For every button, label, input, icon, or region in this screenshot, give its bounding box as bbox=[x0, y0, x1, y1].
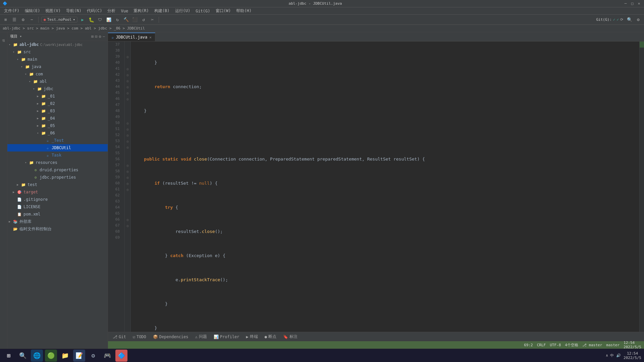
sidebar-icon-1[interactable]: 项 bbox=[0, 34, 7, 40]
git-icon: 📄 bbox=[17, 197, 22, 202]
taskbar-search[interactable]: 🔍 bbox=[17, 350, 29, 362]
taskbar-chrome[interactable]: 🟢 bbox=[45, 350, 57, 362]
toolbar-list-btn[interactable]: ☰ bbox=[11, 16, 18, 23]
debug-button[interactable]: 🐛 bbox=[88, 16, 95, 23]
menu-run[interactable]: 运行(U) bbox=[172, 7, 193, 14]
tree-item-pom[interactable]: 📋 pom.xml bbox=[7, 210, 108, 218]
bm-icon: 🔖 bbox=[283, 335, 288, 339]
taskbar-explorer[interactable]: 📁 bbox=[59, 350, 71, 362]
bottom-tab-breakpoints[interactable]: ● 断点 bbox=[263, 333, 278, 340]
tree-item-01[interactable]: ▶ 📁 _01 bbox=[7, 93, 108, 100]
tree-item-com[interactable]: ▾ 📁 com bbox=[7, 70, 108, 78]
code-content[interactable]: } return connection; } public static voi… bbox=[131, 42, 639, 332]
toolbar-sync-btn[interactable]: ↻ bbox=[114, 16, 121, 23]
menu-window[interactable]: 窗口(W) bbox=[213, 7, 234, 14]
line-num-43: 43 bbox=[108, 78, 122, 84]
code-area[interactable]: 37 38 39 40 41 42 43 44 45 46 47 48 49 5… bbox=[108, 42, 644, 332]
run-button[interactable]: ▶ bbox=[79, 16, 86, 23]
menu-vue[interactable]: Vue bbox=[118, 8, 131, 14]
tree-item-resources[interactable]: ▾ 📁 resources bbox=[7, 159, 108, 166]
toolbar-cut-btn[interactable]: ✂ bbox=[149, 16, 156, 23]
status-branch[interactable]: ⎇ master bbox=[582, 343, 602, 347]
menu-refactor[interactable]: 重构(R) bbox=[131, 7, 152, 14]
tree-item-src[interactable]: ▾ 📁 src bbox=[7, 48, 108, 56]
toolbar-settings-btn[interactable]: ⚙ bbox=[19, 16, 27, 23]
tree-item-gitignore[interactable]: 📄 .gitignore bbox=[7, 196, 108, 203]
tree-item-abl-jdbc[interactable]: ▾ 📁 abl-jdbc C:\work\java\abl-jdbc bbox=[7, 41, 108, 48]
bottom-tab-profiler[interactable]: 📊 Profiler bbox=[212, 334, 241, 340]
bottom-tab-dependencies[interactable]: 📦 Dependencies bbox=[151, 334, 191, 340]
tree-item-06[interactable]: ▾ 📁 _06 bbox=[7, 129, 108, 137]
tab-jdbcutil[interactable]: ☕ JDBCUtil.java ✕ bbox=[108, 33, 155, 41]
tree-item-test-class[interactable]: ☕ _Test bbox=[7, 137, 108, 144]
taskbar-app5[interactable]: ⚙ bbox=[87, 350, 99, 362]
tree-item-license[interactable]: 📄 LICENSE bbox=[7, 203, 108, 210]
menu-edit[interactable]: 编辑(E) bbox=[22, 7, 43, 14]
status-charset[interactable]: UTF-8 bbox=[550, 343, 561, 347]
status-crlf[interactable]: CRLF bbox=[537, 343, 546, 347]
panel-settings-btn[interactable]: ⚙ bbox=[99, 34, 101, 39]
bottom-tab-terminal[interactable]: ▶ 终端 bbox=[244, 333, 260, 340]
toolbar-search-btn[interactable]: 🔍 bbox=[626, 16, 633, 23]
tree-item-04[interactable]: ▶ 📁 _04 bbox=[7, 115, 108, 122]
tree-item-02[interactable]: ▶ 📁 _02 bbox=[7, 100, 108, 107]
tree-item-java[interactable]: ▾ 📁 java bbox=[7, 63, 108, 70]
folder-icon: 📁 bbox=[13, 42, 18, 47]
menu-navigate[interactable]: 导航(N) bbox=[63, 7, 84, 14]
tree-item-05[interactable]: ▶ 📁 _05 bbox=[7, 122, 108, 129]
status-position[interactable]: 69:2 bbox=[524, 343, 533, 347]
menu-build[interactable]: 构建(B) bbox=[152, 7, 172, 14]
status-indent[interactable]: 4个空格 bbox=[565, 343, 578, 348]
tree-item-druid[interactable]: ⚙ druid.properties bbox=[7, 166, 108, 174]
bottom-tab-git[interactable]: ⎇ Git bbox=[111, 334, 128, 340]
tree-label: _04 bbox=[48, 116, 55, 121]
toolbar-stop-btn[interactable]: ⬛ bbox=[131, 16, 139, 23]
code-text: resultSet.close(); bbox=[133, 229, 223, 235]
bottom-tab-bookmarks[interactable]: 🔖 标注 bbox=[281, 333, 300, 340]
run-config-selector[interactable]: ● Test.noPool ▾ bbox=[41, 17, 77, 22]
taskbar-start[interactable]: ⊞ bbox=[3, 350, 15, 362]
minimize-button[interactable]: ─ bbox=[623, 1, 628, 6]
tree-item-scratches[interactable]: 📂 临时文件和控制台 bbox=[7, 225, 108, 233]
profile-button[interactable]: 📊 bbox=[105, 16, 112, 23]
menu-git[interactable]: Git(G) bbox=[193, 8, 213, 14]
toolbar-settings2-btn[interactable]: ⚙ bbox=[635, 16, 642, 23]
toolbar-build-btn[interactable]: 🔨 bbox=[122, 16, 130, 23]
menu-help[interactable]: 帮助(H) bbox=[233, 7, 254, 14]
taskbar-intellij[interactable]: 🔷 bbox=[115, 350, 127, 362]
toolbar-undo-btn[interactable]: ↺ bbox=[140, 16, 147, 23]
menu-view[interactable]: 视图(V) bbox=[43, 7, 63, 14]
line-num-38: 38 bbox=[108, 48, 122, 54]
tree-item-abl[interactable]: ▾ 📁 abl bbox=[7, 78, 108, 85]
tree-item-external-libs[interactable]: ▶ 📚 外部库 bbox=[7, 218, 108, 225]
tree-item-jdbc-props[interactable]: ⚙ jdbc.properties bbox=[7, 174, 108, 181]
line-num-53: 53 bbox=[108, 138, 122, 144]
folder-icon: 📁 bbox=[29, 160, 34, 165]
toolbar-minus-btn[interactable]: − bbox=[28, 16, 36, 23]
close-button[interactable]: ✕ bbox=[637, 1, 641, 6]
taskbar-typora[interactable]: 📝 bbox=[73, 350, 85, 362]
menu-analyze[interactable]: 分析 bbox=[105, 7, 118, 14]
bottom-tab-todo[interactable]: ☑ TODO bbox=[131, 334, 148, 340]
panel-collapse-btn[interactable]: ⊟ bbox=[95, 34, 97, 39]
tree-item-task[interactable]: ☕ Task bbox=[7, 152, 108, 159]
line-num-49: 49 bbox=[108, 114, 122, 120]
coverage-button[interactable]: 🛡 bbox=[96, 16, 104, 23]
tree-item-main[interactable]: ▾ 📁 main bbox=[7, 56, 108, 63]
tree-item-jdbcutil[interactable]: ☕ JDBCUtil bbox=[7, 144, 108, 152]
maximize-button[interactable]: □ bbox=[630, 1, 635, 6]
panel-expand-btn[interactable]: ⊞ bbox=[91, 34, 94, 39]
menu-code[interactable]: 代码(C) bbox=[84, 7, 105, 14]
menu-file[interactable]: 文件(F) bbox=[1, 7, 22, 14]
git-icon: Git(G): bbox=[596, 17, 611, 22]
tree-item-jdbc[interactable]: ▾ 📁 jdbc bbox=[7, 85, 108, 93]
tree-item-03[interactable]: ▶ 📁 _03 bbox=[7, 107, 108, 115]
panel-close-btn[interactable]: − bbox=[103, 34, 105, 39]
tab-close-btn[interactable]: ✕ bbox=[149, 35, 152, 40]
tree-item-test-folder[interactable]: ▶ 📁 test bbox=[7, 181, 108, 188]
toolbar-project-btn[interactable]: ≡ bbox=[2, 16, 9, 23]
tree-item-target[interactable]: ▶ 🎯 target bbox=[7, 188, 108, 196]
taskbar-edge[interactable]: 🌐 bbox=[31, 350, 43, 362]
bottom-tab-problems[interactable]: ⚠ 问题 bbox=[193, 333, 209, 340]
taskbar-app6[interactable]: 🎮 bbox=[101, 350, 113, 362]
